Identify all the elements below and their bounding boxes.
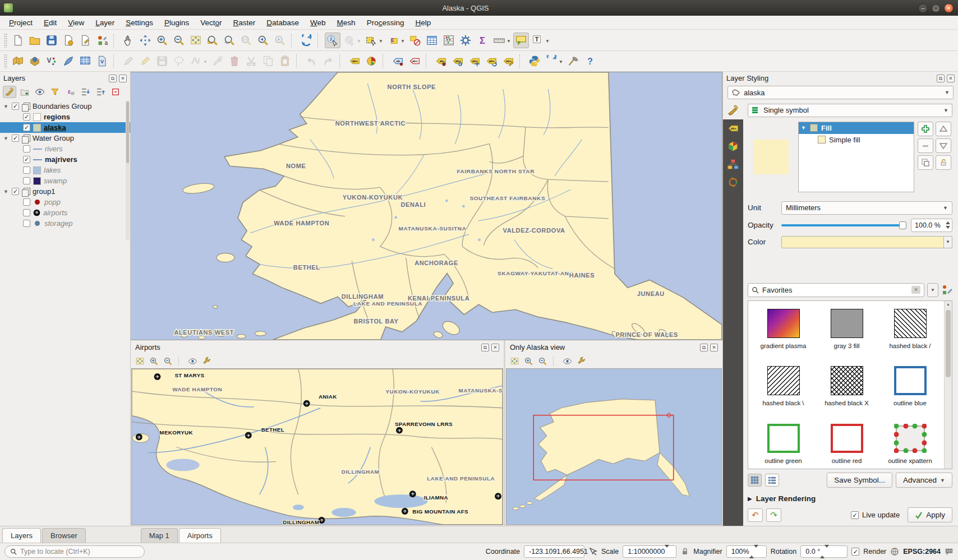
layer-styling-float-icon[interactable]: ⧉ [937, 75, 945, 82]
zoom-native-button[interactable]: 1:1 [238, 33, 254, 48]
zoom-in-button[interactable] [148, 356, 160, 367]
field-calculator-button[interactable] [441, 33, 457, 48]
pan-map-button[interactable] [121, 33, 136, 48]
view-settings-button[interactable] [575, 356, 587, 367]
layer-tree-scrollbar[interactable] [126, 100, 130, 240]
expander-icon[interactable]: ▼ [801, 125, 807, 131]
copy-features-button[interactable] [260, 53, 276, 69]
menu-project[interactable]: Project [3, 17, 38, 29]
move-up-button[interactable] [936, 122, 951, 136]
symbol-outline-green[interactable]: outline green [752, 424, 815, 469]
change-label-button[interactable]: abc [500, 53, 516, 69]
menu-plugins[interactable]: Plugins [159, 17, 195, 29]
maximize-button[interactable]: ▢ [931, 3, 941, 13]
zoom-full-button[interactable] [509, 356, 521, 367]
map-tips-button[interactable] [513, 33, 529, 48]
unplaced-labels-button[interactable]: abc [407, 53, 422, 69]
layer-visibility-checkbox[interactable]: ✓ [12, 103, 19, 110]
add-mesh-layer-button[interactable] [77, 53, 93, 69]
live-update-checkbox[interactable]: ✓ [851, 511, 859, 519]
panel-tab-browser[interactable]: Browser [42, 528, 86, 543]
layer-visibility-checkbox[interactable]: ✓ [23, 124, 30, 131]
pin-labels-button[interactable]: ab [433, 53, 449, 69]
symbol-gallery-scrollbar[interactable] [944, 301, 952, 469]
group-expander-icon[interactable]: ▼ [3, 189, 9, 195]
styling-layer-select[interactable]: alaska ▼ [727, 86, 954, 99]
add-vector-layer-button[interactable]: V [44, 53, 59, 69]
layer-item-group1[interactable]: ▼✓group1 [0, 186, 130, 197]
menu-settings[interactable]: Settings [120, 17, 159, 29]
minimize-button[interactable]: – [918, 3, 928, 13]
symbol-hashed-black-X[interactable]: hashed black X [815, 366, 878, 411]
modify-attributes-button[interactable] [210, 53, 225, 69]
layers-panel-close-icon[interactable]: ✕ [119, 75, 127, 82]
save-symbol-button[interactable]: Save Symbol... [827, 473, 892, 488]
symbol-outline-red[interactable]: outline red [815, 424, 878, 469]
menu-layer[interactable]: Layer [90, 17, 120, 29]
expand-all-button[interactable] [79, 86, 92, 98]
zoom-out-button[interactable] [537, 356, 549, 367]
open-project-button[interactable] [27, 33, 43, 48]
style-manager-button[interactable]: a [94, 33, 110, 48]
layer-item-swamp[interactable]: swamp [0, 175, 130, 186]
layer-visibility-checkbox[interactable] [23, 209, 30, 216]
extents-toggle-icon[interactable] [588, 547, 597, 556]
map-view-tab-airports[interactable]: Airports [179, 528, 221, 543]
remove-symbol-layer-button[interactable] [918, 138, 933, 153]
group-expander-icon[interactable]: ▼ [3, 104, 9, 109]
statistical-summary-button[interactable]: Σ [475, 33, 490, 48]
rotation-spinbox[interactable]: 0.0 ° [800, 545, 848, 558]
advanced-button[interactable]: Advanced▼ [896, 473, 952, 488]
group-expander-icon[interactable]: ▼ [3, 136, 9, 141]
symbol-search-box[interactable]: Favorites ✕ [748, 283, 924, 297]
layer-item-water-group[interactable]: ▼✓Water Group [0, 133, 130, 144]
deselect-all-button[interactable] [407, 33, 423, 48]
alaska-view-close-icon[interactable]: ✕ [710, 344, 718, 351]
refresh-map-button[interactable] [298, 33, 314, 48]
history-tab[interactable] [723, 173, 743, 191]
open-attribute-table-button[interactable] [424, 33, 440, 48]
processing-history-button[interactable]: ▼ [544, 53, 559, 69]
toggle-editing-button[interactable] [137, 53, 153, 69]
crs-globe-icon[interactable] [890, 547, 899, 556]
move-label-button[interactable]: abc [467, 53, 482, 69]
layer-visibility-checkbox[interactable] [23, 166, 30, 174]
lock-color-button[interactable] [936, 155, 951, 170]
vertex-tool-button[interactable]: ▼ [188, 53, 204, 69]
layer-diagram-button[interactable] [363, 53, 379, 69]
crs-status[interactable]: EPSG:2964 [903, 548, 941, 556]
redo-button[interactable] [320, 53, 336, 69]
digitize-button[interactable] [171, 53, 187, 69]
menu-vector[interactable]: Vector [195, 17, 227, 29]
symbol-gray-3-fill[interactable]: gray 3 fill [815, 309, 878, 354]
layer-item-airports[interactable]: ✈airports [0, 207, 130, 218]
opacity-slider[interactable] [781, 219, 906, 232]
symbol-hashed-black-[interactable]: hashed black / [878, 309, 942, 354]
layer-item-regions[interactable]: ✓regions [0, 112, 130, 122]
main-map-canvas[interactable]: NORTH SLOPENORTHWEST ARCTICNOMEFAIRBANKS… [131, 72, 722, 340]
symbol-outline-blue[interactable]: outline blue [878, 366, 942, 411]
processing-toolbox-button[interactable] [458, 33, 473, 48]
zoom-to-selection-button[interactable] [205, 33, 220, 48]
add-delimited-layer-button[interactable] [61, 53, 76, 69]
cut-features-button[interactable] [243, 53, 259, 69]
panel-tab-layers[interactable]: Layers [2, 528, 41, 543]
data-source-manager-button[interactable] [10, 53, 26, 69]
add-symbol-layer-button[interactable] [918, 122, 933, 136]
color-dropdown-button[interactable]: ▼ [944, 236, 952, 248]
magnifier-spinbox[interactable]: 100% [726, 545, 767, 558]
menu-processing[interactable]: Processing [361, 17, 410, 29]
set-view-extent-button[interactable] [187, 356, 199, 367]
add-virtual-layer-button[interactable]: V [94, 53, 110, 69]
layer-item-boundaries-group[interactable]: ▼✓Boundaries Group [0, 101, 130, 112]
move-down-button[interactable] [936, 138, 951, 153]
render-checkbox[interactable]: ✓ [851, 548, 859, 556]
clear-search-icon[interactable]: ✕ [911, 286, 920, 294]
new-print-layout-button[interactable] [61, 33, 76, 48]
symbol-tree-item-fill[interactable]: ▼ Fill [799, 122, 914, 134]
layer-item-popp[interactable]: popp [0, 197, 130, 207]
layer-styling-close-icon[interactable]: ✕ [947, 75, 955, 82]
symbol-outline-xpattern[interactable]: outline xpattern [878, 424, 942, 469]
plugin-tool-button[interactable] [565, 53, 581, 69]
add-geopackage-layer-button[interactable] [27, 53, 43, 69]
